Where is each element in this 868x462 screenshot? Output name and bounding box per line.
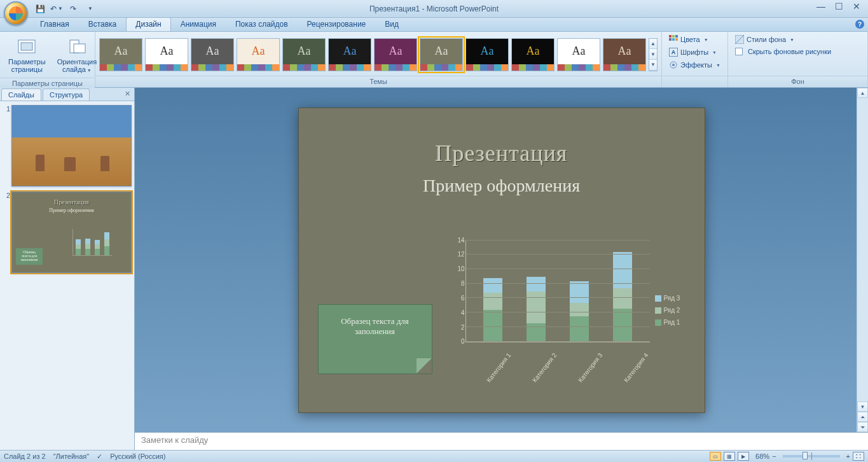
status-theme: "Литейная" [53,452,90,460]
quick-access-toolbar: 💾 ↶▼ ↷ ▼ [33,0,97,17]
bar-stack [613,252,632,342]
legend-item: Ряд 2 [655,307,685,314]
fit-to-window-icon[interactable]: ⛶ [853,452,864,461]
theme-swatch[interactable]: Aa [420,38,463,71]
slides-panel: Слайды Структура ✕ 1 2 Презентация Приме… [0,88,135,450]
slide-thumb-2[interactable]: 2 Презентация Пример оформления Образец … [3,192,132,273]
prev-slide-icon[interactable]: ⏶ [857,412,868,422]
theme-swatch[interactable]: Aa [237,38,280,71]
bar-stack [570,281,589,342]
svg-rect-1 [21,43,32,50]
svg-rect-3 [74,44,85,53]
theme-swatch[interactable]: Aa [282,38,326,71]
redo-icon[interactable]: ↷ [66,3,80,15]
tab-slides[interactable]: Слайды [1,88,41,101]
checkbox-icon [735,48,743,55]
zoom-slider[interactable] [783,455,840,458]
group-background: Стили фона▼ Скрыть фоновые рисунки Фон [728,32,868,87]
slide-chart[interactable]: 02468101214 Категория 1Категория 2Катего… [450,241,685,381]
hide-bg-checkbox[interactable]: Скрыть фоновые рисунки [732,46,834,57]
ribbon: Параметры страницы Ориентация слайда▼ Па… [0,32,868,88]
effects-icon [669,60,678,69]
tab-review[interactable]: Рецензирование [298,17,376,31]
svg-rect-9 [675,38,678,41]
notes-pane[interactable]: Заметки к слайду [135,432,868,450]
close-button[interactable]: ✕ [848,0,865,13]
theme-swatch[interactable]: Aa [374,38,417,71]
page-setup-button[interactable]: Параметры страницы [4,33,50,76]
tab-design[interactable]: Дизайн [126,17,170,31]
orientation-button[interactable]: Ориентация слайда▼ [53,33,101,78]
titlebar: 💾 ↶▼ ↷ ▼ Презентация1 - Microsoft PowerP… [0,0,868,18]
status-zoom: 68% [755,452,769,460]
bar-stack [527,277,546,342]
page-setup-icon [17,36,37,57]
tab-view[interactable]: Вид [375,17,408,31]
theme-swatch[interactable]: Aa [603,38,646,71]
undo-icon[interactable]: ↶▼ [50,3,64,15]
slide-area[interactable]: Презентация Пример оформления Образец те… [135,88,868,432]
zoom-out-icon[interactable]: − [772,452,776,460]
fonts-button[interactable]: AШрифты▼ [666,46,724,59]
group-label-themes: Темы [95,76,661,87]
bg-styles-button[interactable]: Стили фона▼ [732,33,834,46]
bg-styles-icon [735,35,744,44]
gallery-scroll[interactable]: ▲▼▼ [649,38,658,71]
scroll-up-icon[interactable]: ▲ [857,88,868,98]
svg-rect-6 [675,35,678,38]
group-theme-opts: Цвета▼ AШрифты▼ Эффекты▼ [662,32,728,87]
spellcheck-icon[interactable]: ✓ [97,452,102,461]
tab-animation[interactable]: Анимация [171,17,226,31]
tab-outline[interactable]: Структура [43,88,90,101]
slide-textbox[interactable]: Образец текста для заполнения [318,304,432,374]
vertical-scrollbar[interactable]: ▲ ▼ ⏶ ⏷ [857,88,868,432]
maximize-button[interactable]: ☐ [830,0,848,13]
next-slide-icon[interactable]: ⏷ [857,422,868,432]
ribbon-tabs: Главная Вставка Дизайн Анимация Показ сл… [0,18,868,32]
save-icon[interactable]: 💾 [33,3,47,15]
theme-swatch[interactable]: Aa [99,38,142,71]
view-normal-icon[interactable]: ▭ [710,452,721,461]
tab-slideshow[interactable]: Показ слайдов [226,17,298,31]
qat-customize[interactable]: ▼ [83,3,97,15]
svg-rect-8 [672,38,675,41]
theme-swatch[interactable]: Aa [191,38,234,71]
thumbnails: 1 2 Презентация Пример оформления Образе… [0,101,134,450]
office-button[interactable] [4,1,28,25]
main: Слайды Структура ✕ 1 2 Презентация Приме… [0,88,868,450]
bar-stack [483,278,502,341]
zoom-in-icon[interactable]: + [846,452,850,460]
slide-canvas[interactable]: Презентация Пример оформления Образец те… [298,108,705,413]
theme-swatch[interactable]: Aa [557,38,600,71]
help-icon[interactable]: ? [855,20,864,29]
tab-insert[interactable]: Вставка [79,17,127,31]
legend-item: Ряд 1 [655,319,685,326]
status-slide-pos: Слайд 2 из 2 [4,452,46,460]
theme-swatch[interactable]: Aa [465,38,509,71]
view-slideshow-icon[interactable]: ▶ [738,452,749,461]
minimize-button[interactable]: — [812,0,830,13]
view-sorter-icon[interactable]: ▦ [724,452,735,461]
theme-swatch[interactable]: Aa [328,38,371,71]
panel-tabs: Слайды Структура ✕ [0,88,134,101]
theme-swatch[interactable]: Aa [511,38,555,71]
panel-close-icon[interactable]: ✕ [125,90,130,98]
status-language[interactable]: Русский (Россия) [110,452,165,460]
tab-home[interactable]: Главная [31,17,79,31]
slide-thumb-1[interactable]: 1 [3,105,132,186]
svg-rect-4 [669,35,672,38]
slide-subtitle[interactable]: Пример оформления [324,176,679,196]
svg-rect-7 [669,38,672,41]
svg-rect-5 [672,35,675,38]
colors-icon [669,35,678,44]
theme-swatch[interactable]: Aa [145,38,188,71]
fonts-icon: A [669,48,678,57]
orientation-icon [67,36,87,57]
colors-button[interactable]: Цвета▼ [666,33,724,46]
scroll-down-icon[interactable]: ▼ [857,402,868,412]
slide-title[interactable]: Презентация [324,140,679,167]
window-title: Презентация1 - Microsoft PowerPoint [0,4,868,13]
effects-button[interactable]: Эффекты▼ [666,59,724,71]
legend-item: Ряд 3 [655,295,685,302]
svg-point-11 [672,64,675,66]
